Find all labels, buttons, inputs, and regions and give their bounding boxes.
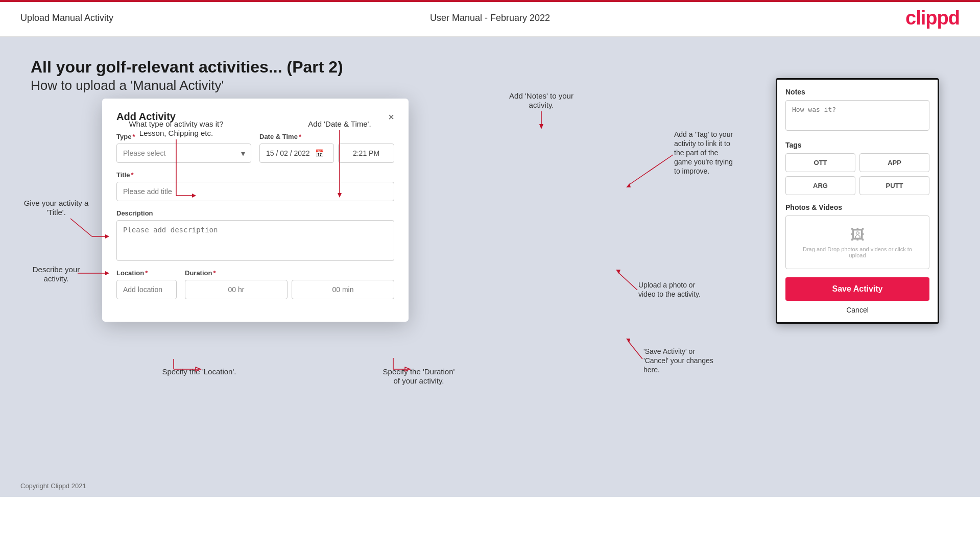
tags-label: Tags — [785, 141, 929, 149]
svg-text:Upload a photo or: Upload a photo or — [638, 281, 696, 289]
tag-arg[interactable]: ARG — [785, 176, 855, 195]
date-value: 15 / 02 / 2022 — [266, 149, 310, 157]
notes-section: Notes — [785, 88, 929, 133]
description-textarea[interactable] — [116, 220, 394, 261]
photos-label: Photos & Videos — [785, 203, 929, 211]
photo-icon: 🖼 — [796, 226, 919, 243]
date-input[interactable]: 15 / 02 / 2022 📅 — [259, 143, 334, 163]
svg-text:activity.: activity. — [529, 101, 554, 109]
phone-screen-inner: Notes Tags OTT APP ARG PUTT Photos & Vid… — [777, 80, 938, 322]
title-label: Title* — [116, 171, 394, 179]
date-time-inputs: 15 / 02 / 2022 📅 — [259, 143, 394, 163]
modal-close-button[interactable]: × — [388, 112, 394, 122]
phone-screen: Notes Tags OTT APP ARG PUTT Photos & Vid… — [776, 78, 939, 324]
top-left-title: Upload Manual Activity — [20, 13, 113, 23]
svg-marker-37 — [626, 183, 631, 187]
svg-text:'Title'.: 'Title'. — [46, 208, 66, 217]
datetime-label: Date & Time* — [259, 133, 394, 140]
tags-section: Tags OTT APP ARG PUTT — [785, 141, 929, 195]
title-group: Title* — [116, 171, 394, 201]
duration-inputs — [185, 280, 394, 299]
heading-bold: All your golf-relevant activities... (Pa… — [31, 58, 949, 77]
svg-text:'Cancel' your changes: 'Cancel' your changes — [643, 356, 713, 365]
svg-text:Give your activity a: Give your activity a — [24, 199, 89, 207]
svg-marker-21 — [196, 367, 201, 371]
svg-text:video to the activity.: video to the activity. — [638, 290, 701, 298]
tag-app[interactable]: APP — [859, 153, 929, 172]
location-group: Location* — [116, 269, 177, 299]
tags-grid: OTT APP ARG PUTT — [785, 153, 929, 195]
svg-text:Add a 'Tag' to your: Add a 'Tag' to your — [674, 130, 733, 138]
duration-hr-input[interactable] — [185, 280, 288, 299]
type-select-wrapper: Please select — [116, 143, 251, 163]
svg-text:activity.: activity. — [44, 274, 69, 283]
svg-text:Specify the 'Duration': Specify the 'Duration' — [383, 367, 455, 376]
type-label: Type* — [116, 133, 251, 140]
svg-text:the part of the: the part of the — [674, 149, 719, 157]
logo: clippd — [905, 7, 960, 29]
datetime-group: Date & Time* 15 / 02 / 2022 📅 — [259, 133, 394, 163]
type-group: Type* Please select — [116, 133, 251, 163]
svg-text:Describe your: Describe your — [33, 265, 80, 274]
time-input[interactable] — [338, 143, 394, 163]
svg-line-45 — [628, 341, 642, 359]
tag-ott[interactable]: OTT — [785, 153, 855, 172]
tag-putt[interactable]: PUTT — [859, 176, 929, 195]
photos-section: Photos & Videos 🖼 Drag and Drop photos a… — [785, 203, 929, 269]
svg-line-11 — [70, 219, 92, 236]
copyright: Copyright Clippd 2021 — [20, 482, 86, 490]
location-input[interactable] — [116, 280, 177, 299]
main-content: All your golf-relevant activities... (Pa… — [0, 37, 980, 497]
add-activity-modal: Add Activity × Type* Please select Date … — [102, 99, 409, 322]
description-group: Description — [116, 209, 394, 261]
duration-label: Duration* — [185, 269, 394, 277]
cancel-link[interactable]: Cancel — [785, 306, 929, 314]
svg-line-40 — [618, 272, 637, 290]
location-label: Location* — [116, 269, 177, 277]
top-bar: Upload Manual Activity User Manual - Feb… — [0, 0, 980, 37]
calendar-icon: 📅 — [315, 149, 324, 157]
svg-marker-30 — [539, 124, 543, 129]
modal-title: Add Activity — [116, 111, 176, 123]
svg-text:activity to link it to: activity to link it to — [674, 139, 730, 148]
modal-header: Add Activity × — [116, 111, 394, 123]
svg-marker-26 — [405, 367, 410, 371]
notes-label: Notes — [785, 88, 929, 96]
photo-text: Drag and Drop photos and videos or click… — [796, 246, 919, 258]
svg-marker-46 — [626, 339, 630, 343]
svg-text:Specify the 'Location'.: Specify the 'Location'. — [162, 367, 236, 376]
type-datetime-row: Type* Please select Date & Time* 15 / 02… — [116, 133, 394, 163]
svg-text:game you're trying: game you're trying — [674, 158, 733, 166]
type-select[interactable]: Please select — [116, 143, 251, 163]
title-input[interactable] — [116, 182, 394, 201]
svg-text:of your activity.: of your activity. — [394, 376, 444, 385]
svg-text:here.: here. — [643, 366, 660, 374]
top-center-title: User Manual - February 2022 — [430, 13, 550, 23]
svg-line-36 — [628, 155, 673, 185]
save-activity-button[interactable]: Save Activity — [785, 277, 929, 301]
duration-min-input[interactable] — [292, 280, 394, 299]
notes-textarea[interactable] — [785, 100, 929, 131]
svg-marker-41 — [616, 270, 620, 274]
svg-text:to improve.: to improve. — [674, 167, 709, 175]
svg-text:'Save Activity' or: 'Save Activity' or — [643, 347, 695, 355]
description-label: Description — [116, 209, 394, 217]
photo-dropzone[interactable]: 🖼 Drag and Drop photos and videos or cli… — [785, 215, 929, 269]
duration-group: Duration* — [185, 269, 394, 299]
location-duration-row: Location* Duration* — [116, 269, 394, 299]
right-panel: Notes Tags OTT APP ARG PUTT Photos & Vid… — [776, 78, 939, 324]
